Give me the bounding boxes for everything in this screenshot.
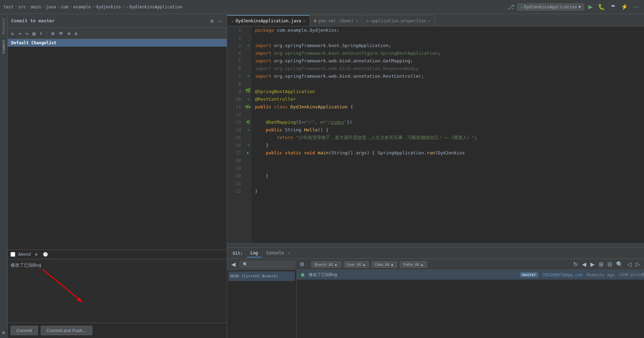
filter-row: Branch: All ▲ User: All ▲ Date: All ▲ Pa… xyxy=(311,261,427,268)
coverage-button[interactable]: ☂ xyxy=(609,3,617,11)
amend-history-icon[interactable]: 🕐 xyxy=(41,251,49,258)
run-config-icon: ☕ xyxy=(520,5,523,9)
bottom-toolbar: ◀ ⚙ Branch: All ▲ User: All ▲ Date: All … xyxy=(227,259,644,270)
date-filter[interactable]: Date: All ▲ xyxy=(372,261,397,268)
class-icon: ☕ xyxy=(126,5,128,9)
gutter: ⊣ ⊣ 🌿 ⊣ 🌿▶ 🌿 ⊣ ⊣ ▶ xyxy=(245,26,251,243)
commit-and-push-button[interactable]: Commit and Push... xyxy=(41,326,92,335)
prev-commit-icon[interactable]: ◀ xyxy=(581,260,588,268)
breadcrumb-dydjenkins[interactable]: dydjenkins xyxy=(96,5,121,9)
group-icon[interactable]: ⊞ xyxy=(50,30,55,37)
run-config-selector[interactable]: ☕ DydJenkinsApplication ▼ xyxy=(517,3,584,10)
breadcrumb-main[interactable]: main xyxy=(31,5,41,9)
filter-icon[interactable]: ⇅ xyxy=(73,30,79,37)
tab-xml-close[interactable]: ✕ xyxy=(356,19,358,23)
changelist-header: Default Changelist xyxy=(8,39,227,47)
tab-java[interactable]: ☕ DydJenkinsApplication.java ✕ xyxy=(227,15,310,26)
gutter-run-11[interactable]: 🌿▶ xyxy=(245,103,251,111)
log-settings-icon[interactable]: ⚙ xyxy=(298,260,306,268)
download-icon[interactable]: ⬇ xyxy=(38,30,44,37)
debug-button[interactable]: 🐛 xyxy=(597,3,606,11)
code-line-9: @SpringBootApplication xyxy=(255,88,641,95)
sep4: › xyxy=(57,5,60,9)
gutter-fold-3[interactable]: ⊣ xyxy=(245,42,251,49)
editor-scrollbar[interactable] xyxy=(227,243,644,247)
gutter-fold-16[interactable]: ⊣ xyxy=(245,141,251,149)
sidebar-tab-project[interactable]: Project xyxy=(1,15,7,37)
tab-log[interactable]: Log xyxy=(247,249,262,258)
more-log-icon2[interactable]: ▷ xyxy=(634,260,641,268)
settings-icon[interactable]: ⚙ xyxy=(209,17,215,24)
code-line-14: public String Hello() { xyxy=(255,126,641,134)
tab-console[interactable]: Console ✕ xyxy=(263,249,294,258)
log-content: HEAD (Current Branch) 修改了已知Bug master 78… xyxy=(227,270,644,338)
gutter-fold-14[interactable]: ⊣ xyxy=(245,126,251,134)
tab-xml[interactable]: m pom.xml (demo) ✕ xyxy=(310,15,363,26)
profile-button[interactable]: ⚡ xyxy=(620,3,629,11)
editor-area: ☕ DydJenkinsApplication.java ✕ m pom.xml… xyxy=(227,14,644,338)
code-line-10: @RestController xyxy=(255,95,641,103)
redo-icon[interactable]: ↪ xyxy=(24,30,30,37)
list-icon[interactable]: ≡ xyxy=(66,30,72,37)
code-content: package com.example.dydjenkins; import o… xyxy=(251,26,644,243)
head-label: HEAD (Current Branch) xyxy=(228,274,278,278)
code-editor[interactable]: 12345 678910 1112131415 1617181920 2122 … xyxy=(227,26,644,243)
breadcrumb-com[interactable]: com xyxy=(61,5,69,9)
diff-icon[interactable]: ▤ xyxy=(31,30,37,37)
breadcrumb-class[interactable]: ☕ DydJenkinsApplication xyxy=(126,5,182,9)
sidebar-bottom-icon[interactable]: ⚙ xyxy=(2,330,5,338)
more-button[interactable]: ⋯ xyxy=(632,3,641,11)
branch-list: HEAD (Current Branch) xyxy=(227,270,297,338)
next-commit-icon[interactable]: ▶ xyxy=(589,260,596,268)
amend-row: Amend ⚙ 🕐 xyxy=(8,250,227,259)
commit-row[interactable]: 修改了已知Bug master 785288076@qq.com Moments… xyxy=(297,270,644,280)
tab-properties-close[interactable]: ✕ xyxy=(428,19,430,23)
code-line-12 xyxy=(255,111,641,118)
breadcrumb-example[interactable]: example xyxy=(73,5,91,9)
amend-checkbox[interactable] xyxy=(10,252,15,257)
sidebar-tab-commit[interactable]: Commit xyxy=(1,37,7,56)
code-line-15: return "少年路雪寻梅子，老大落叶思故里，人生太多苦乐事，万般皆抛惜自己！… xyxy=(255,134,641,141)
expand-log-icon[interactable]: ⊞ xyxy=(597,260,605,268)
gutter-run-17[interactable]: ▶ xyxy=(245,149,251,157)
refresh-icon[interactable]: ↻ xyxy=(10,30,15,37)
vcs-icon[interactable]: ⎇ xyxy=(507,3,514,10)
minimize-icon[interactable]: — xyxy=(218,17,223,24)
commit-panel-header: Commit to master ⚙ — xyxy=(8,14,227,28)
breadcrumb-src[interactable]: src xyxy=(18,5,26,9)
branch-filter[interactable]: Branch: All ▲ xyxy=(311,261,341,268)
tab-java-close[interactable]: ✕ xyxy=(303,19,305,23)
console-close-icon[interactable]: ✕ xyxy=(288,251,290,255)
gutter-fold-7[interactable]: ⊣ xyxy=(245,72,251,80)
commit-message-input[interactable]: 修改了已知Bug xyxy=(8,259,227,322)
user-filter[interactable]: User: All ▲ xyxy=(344,261,369,268)
nav-back-button[interactable]: ◀ xyxy=(230,260,237,268)
run-button[interactable]: ▶ xyxy=(587,3,594,11)
code-line-8 xyxy=(255,80,641,88)
search-log-icon[interactable]: 🔍 xyxy=(615,260,624,268)
breadcrumb-test[interactable]: test xyxy=(3,5,14,9)
more-log-icon[interactable]: ◁ xyxy=(626,260,633,268)
gutter-fold-10[interactable]: ⊣ xyxy=(245,95,251,103)
commit-to-master-title: Commit to master xyxy=(11,18,209,23)
tab-properties[interactable]: ⚙ application.properties ✕ xyxy=(362,15,435,26)
amend-settings-icon[interactable]: ⚙ xyxy=(33,251,39,258)
eye-icon[interactable]: 👁 xyxy=(57,30,65,37)
header-icons: ⚙ — xyxy=(209,17,223,24)
commit-time: Moments ago xyxy=(587,272,614,277)
pin-log-icon[interactable]: ⊟ xyxy=(606,260,613,268)
refresh-log-icon[interactable]: ↻ xyxy=(572,260,579,268)
head-branch-item[interactable]: HEAD (Current Branch) xyxy=(228,271,295,281)
gutter-spring-13: 🌿 xyxy=(245,118,251,126)
code-line-5: import org.springframework.web.bind.anno… xyxy=(255,57,641,65)
breadcrumb-java[interactable]: java xyxy=(46,5,56,9)
top-bar-right: ⎇ ☕ DydJenkinsApplication ▼ ▶ 🐛 ☂ ⚡ ⋯ xyxy=(507,3,641,11)
paths-filter[interactable]: Paths: All ▲ xyxy=(400,261,427,268)
code-line-21 xyxy=(255,180,641,187)
undo-icon[interactable]: ↩ xyxy=(17,30,22,37)
sep5: › xyxy=(70,5,72,9)
main-layout: Project Commit ⚙ Commit to master ⚙ — ↻ … xyxy=(0,14,644,338)
commit-button[interactable]: Commit xyxy=(10,326,38,335)
changelist-content xyxy=(8,47,227,249)
log-search-input[interactable] xyxy=(240,261,295,268)
